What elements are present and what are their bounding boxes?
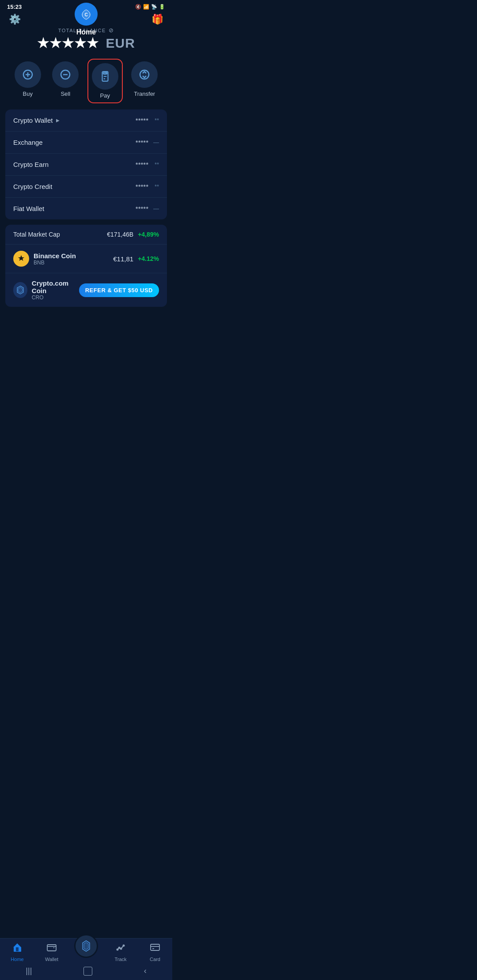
crypto-wallet-stars: ***** [136,117,148,124]
crypto-credit-stars: ***** [136,183,148,190]
buy-button[interactable] [15,61,41,88]
bnb-row[interactable]: Binance Coin BNB €11,81 +4.12% [5,245,167,273]
crypto-earn-row[interactable]: Crypto Earn ***** ** [5,154,167,176]
exchange-row[interactable]: Exchange ***** — [5,132,167,154]
settings-icon[interactable]: ⚙️ [9,14,21,25]
crypto-earn-label: Crypto Earn [13,161,49,168]
balance-currency: EUR [106,36,135,50]
status-icons: 🔇 📶 📡 🔋 [135,4,165,10]
crypto-earn-stars: ***** [136,161,148,168]
wifi-icon: 📶 [143,4,149,10]
fiat-wallet-stars: ***** [136,205,148,212]
pay-button-wrap[interactable]: Pay [90,61,120,101]
bnb-price: €11,81 [113,255,133,263]
bnb-name: Binance Coin [34,252,76,260]
cro-icon [13,282,27,298]
pay-button[interactable] [92,63,118,90]
mute-icon: 🔇 [135,4,141,10]
cro-ticker: CRO [32,294,79,301]
signal-icon: 📡 [151,4,157,10]
wallet-list: Crypto Wallet ▶ ***** ** Exchange ***** … [5,109,167,219]
svg-text:C: C [84,12,87,17]
transfer-button[interactable] [131,61,158,88]
pay-label: Pay [100,92,110,99]
crypto-credit-row[interactable]: Crypto Credit ***** ** [5,176,167,198]
sell-label: Sell [61,90,70,97]
svg-marker-9 [18,255,24,261]
market-cap-value: €171,46B [107,231,133,238]
total-market-cap-row[interactable]: Total Market Cap €171,46B +4,89% [5,225,167,245]
fiat-wallet-label: Fiat Wallet [13,205,44,212]
sell-button[interactable] [52,61,79,88]
balance-stars: ★★★★★ [37,36,99,50]
exchange-suffix: — [152,139,159,146]
exchange-label: Exchange [13,139,43,146]
transfer-label: Transfer [134,90,155,97]
crypto-wallet-suffix: ** [152,117,159,124]
cro-row[interactable]: Crypto.com Coin CRO REFER & GET $50 USD [5,273,167,307]
battery-icon: 🔋 [159,4,165,10]
fiat-wallet-suffix: — [152,205,159,212]
fiat-wallet-row[interactable]: Fiat Wallet ***** — [5,198,167,219]
market-section: Total Market Cap €171,46B +4,89% Binance… [5,225,167,307]
crypto-wallet-row[interactable]: Crypto Wallet ▶ ***** ** [5,109,167,132]
avatar: C [75,3,98,26]
bnb-icon [13,251,29,267]
refer-button[interactable]: REFER & GET $50 USD [79,283,159,297]
crypto-earn-suffix: ** [152,161,159,168]
market-cap-label: Total Market Cap [13,231,60,238]
gift-icon[interactable]: 🎁 [151,14,163,25]
transfer-button-wrap[interactable]: Transfer [131,61,158,101]
crypto-wallet-arrow: ▶ [56,118,60,123]
time: 15:23 [7,4,22,10]
exchange-stars: ***** [136,139,148,146]
svg-rect-7 [103,72,107,74]
sell-button-wrap[interactable]: Sell [52,61,79,101]
bnb-change: +4.12% [138,255,159,262]
header-title: Home [75,28,98,36]
crypto-wallet-label: Crypto Wallet [13,117,53,124]
hide-balance-icon[interactable]: ⊘ [109,27,114,34]
cro-name: Crypto.com Coin [32,279,79,294]
market-cap-change: +4,89% [138,231,159,238]
crypto-credit-suffix: ** [152,183,159,190]
crypto-credit-label: Crypto Credit [13,183,52,190]
bnb-ticker: BNB [34,260,76,266]
buy-label: Buy [23,90,33,97]
action-buttons: Buy Sell Pay Transfer [0,58,172,109]
svg-marker-11 [18,287,23,293]
buy-button-wrap[interactable]: Buy [15,61,41,101]
